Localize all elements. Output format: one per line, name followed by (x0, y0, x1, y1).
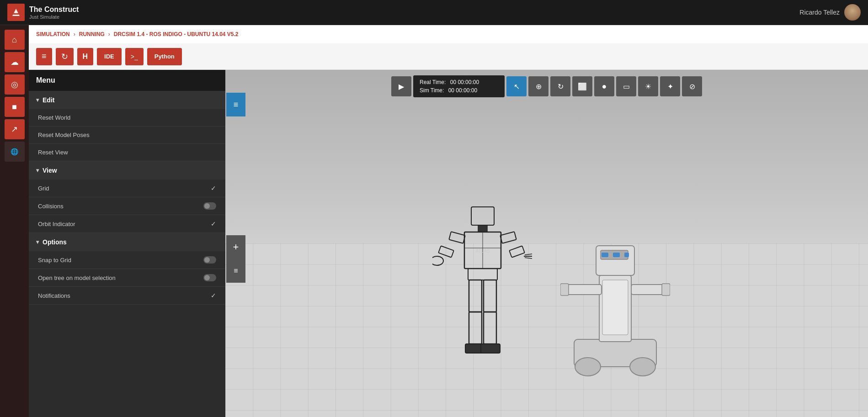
play-pause-btn[interactable]: ▶ (391, 76, 411, 96)
edit-arrow-icon: ▾ (36, 97, 39, 103)
edit-section-label: Edit (43, 96, 54, 104)
svg-rect-10 (449, 232, 465, 243)
edit-section-header[interactable]: ▾ Edit (29, 91, 225, 109)
real-time-display: Real Time: 00 00:00:00 (420, 78, 498, 86)
view-section-label: View (43, 167, 57, 174)
svg-rect-4 (225, 243, 868, 417)
menu-item-open-tree[interactable]: Open tree on model selection (29, 269, 225, 287)
share-icon: ↗ (11, 124, 18, 134)
svg-rect-14 (509, 246, 525, 257)
open-tree-toggle[interactable] (203, 274, 216, 281)
sidebar-share-btn[interactable]: ↗ (5, 119, 25, 139)
viewport-toolbar: ▶ Real Time: 00 00:00:00 Sim Time: 00 00… (391, 75, 702, 97)
sim-time-label: Sim Time: (420, 87, 444, 94)
box-icon: ⬜ (578, 82, 587, 91)
save-btn[interactable]: H (77, 48, 94, 65)
svg-rect-2 (13, 13, 19, 15)
menu-item-notifications[interactable]: Notifications ✓ (29, 287, 225, 305)
svg-rect-34 (613, 253, 620, 257)
reset-view-label: Reset View (38, 149, 68, 156)
collisions-toggle[interactable] (203, 202, 216, 210)
svg-point-27 (575, 358, 601, 376)
sidebar-cloud-btn[interactable]: ☁ (5, 52, 25, 72)
menu-item-reset-world[interactable]: Reset World (29, 109, 225, 127)
side-tab-items[interactable]: ≡ (226, 259, 245, 283)
view-section-header[interactable]: ▾ View (29, 161, 225, 179)
view-arrow-icon: ▾ (36, 167, 39, 174)
rotate-tool-btn[interactable]: ↻ (550, 76, 570, 96)
pr2-robot (560, 221, 670, 380)
menu-item-reset-model-poses[interactable]: Reset Model Poses (29, 127, 225, 144)
ide-btn[interactable]: IDE (97, 48, 122, 65)
items-icon: ≡ (234, 267, 238, 275)
globe-icon: 🌐 (11, 148, 18, 155)
terminal-btn[interactable]: >_ (125, 48, 144, 65)
viewport[interactable]: ▶ Real Time: 00 00:00:00 Sim Time: 00 00… (225, 70, 868, 417)
real-time-value: 00 00:00:00 (450, 79, 479, 85)
logo-area: The Construct Just Simulate (7, 4, 79, 21)
user-area: Ricardo Tellez (799, 4, 861, 21)
sparkle-icon: ✦ (667, 82, 673, 91)
sphere-tool-btn[interactable]: ● (594, 76, 614, 96)
reset-world-label: Reset World (38, 114, 70, 121)
menu-item-orbit-indicator[interactable]: Orbit Indicator ✓ (29, 215, 225, 233)
svg-rect-11 (438, 246, 454, 257)
svg-rect-19 (469, 280, 482, 312)
menu-item-grid[interactable]: Grid ✓ (29, 179, 225, 197)
top-bar: The Construct Just Simulate Ricardo Tell… (0, 0, 868, 25)
svg-rect-5 (471, 207, 494, 225)
add-icon: + (233, 241, 239, 253)
toolbar: ≡ ↻ H IDE >_ Python (29, 43, 868, 70)
breadcrumb-bar: SIMULATION › RUNNING › DRCSIM 1.4 - ROS … (29, 25, 868, 43)
menu-item-snap-to-grid[interactable]: Snap to Grid (29, 251, 225, 269)
svg-rect-39 (662, 284, 670, 296)
options-section-header[interactable]: ▾ Options (29, 233, 225, 251)
cursor-tool-btn[interactable]: ↖ (506, 76, 527, 96)
side-tab-list[interactable]: ≡ (226, 93, 245, 116)
grid-icon: ≡ (42, 52, 47, 61)
cloud-icon: ☁ (11, 57, 19, 67)
grid-floor (225, 243, 868, 417)
breadcrumb-sep-1: › (74, 31, 75, 37)
svg-rect-23 (484, 312, 496, 344)
svg-rect-22 (484, 280, 496, 312)
grid-checkmark-icon: ✓ (211, 185, 216, 192)
translate-tool-btn[interactable]: ⊕ (528, 76, 548, 96)
refresh-btn[interactable]: ↻ (56, 48, 74, 65)
menu-item-collisions[interactable]: Collisions (29, 197, 225, 215)
orbit-indicator-label: Orbit Indicator (38, 221, 75, 227)
menu-title: Menu (36, 76, 55, 84)
collisions-label: Collisions (38, 203, 64, 210)
breadcrumb-simulation[interactable]: SIMULATION (36, 31, 70, 37)
menu-item-reset-view[interactable]: Reset View (29, 144, 225, 161)
sidebar-stop-btn[interactable]: ■ (5, 97, 25, 117)
sparkle-tool-btn[interactable]: ✦ (660, 76, 680, 96)
sidebar-target-btn[interactable]: ◎ (5, 74, 25, 95)
translate-icon: ⊕ (536, 82, 542, 91)
svg-rect-38 (631, 285, 663, 295)
sidebar-globe-btn[interactable]: 🌐 (5, 142, 25, 162)
refresh-icon: ↻ (61, 52, 68, 62)
snap-toggle[interactable] (203, 256, 216, 264)
light-tool-btn[interactable]: ☀ (638, 76, 658, 96)
svg-rect-35 (624, 253, 629, 257)
options-arrow-icon: ▾ (36, 239, 39, 245)
atlas-robot: ATLAS (432, 198, 533, 380)
cylinder-tool-btn[interactable]: ▭ (616, 76, 636, 96)
grid-label: Grid (38, 185, 49, 192)
filter-tool-btn[interactable]: ⊘ (682, 76, 702, 96)
breadcrumb-sep-2: › (108, 31, 110, 37)
side-tab-add[interactable]: + (226, 235, 245, 259)
box-tool-btn[interactable]: ⬜ (572, 76, 592, 96)
python-btn[interactable]: Python (147, 48, 182, 65)
grid-view-btn[interactable]: ≡ (36, 48, 52, 65)
sidebar-home-btn[interactable]: ⌂ (5, 30, 25, 50)
cylinder-icon: ▭ (623, 82, 630, 91)
cursor-icon: ↖ (514, 82, 520, 91)
menu-panel: Menu ≡ + ≡ ▾ (29, 70, 225, 417)
save-icon: H (83, 53, 88, 61)
real-time-label: Real Time: (420, 79, 446, 85)
breadcrumb-running[interactable]: RUNNING (79, 31, 105, 37)
svg-rect-24 (481, 344, 500, 353)
menu-content: ▾ Edit Reset World Reset Model Poses Res… (29, 91, 225, 417)
